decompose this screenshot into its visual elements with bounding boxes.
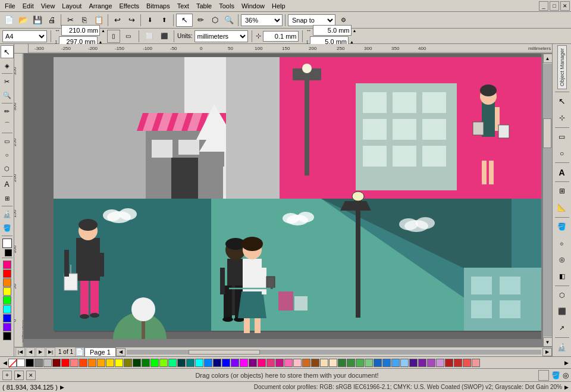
height-spinner-up[interactable]: ▲ <box>99 40 103 44</box>
color-swatch-black[interactable] <box>3 332 11 340</box>
color-swatch[interactable] <box>472 359 480 367</box>
rp-extrude-btn[interactable]: ⬛ <box>554 304 570 320</box>
menu-table[interactable]: Table <box>193 1 215 11</box>
rp-blend-btn[interactable]: ⟐ <box>554 235 570 251</box>
bezier-tool[interactable]: ⌒ <box>1 118 14 131</box>
color-swatch[interactable] <box>347 359 355 367</box>
color-swatch-violet[interactable] <box>3 323 11 331</box>
color-swatch[interactable] <box>34 359 43 367</box>
color-swatch[interactable] <box>213 359 221 367</box>
bleed-btn[interactable]: ⬛ <box>158 30 171 43</box>
color-swatch[interactable] <box>382 359 391 367</box>
rect-tool[interactable]: ▭ <box>1 134 14 148</box>
color-swatch[interactable] <box>231 359 239 367</box>
rp-shadow-btn[interactable]: ◧ <box>554 268 570 284</box>
margin-h-input[interactable] <box>313 25 352 36</box>
color-swatch-red[interactable] <box>3 269 11 278</box>
page-add-btn[interactable]: + <box>2 371 12 380</box>
palette-right-arrow[interactable]: ▶ <box>563 357 570 368</box>
palette-left-arrow[interactable]: ◀ <box>1 357 8 368</box>
landscape-btn[interactable]: ▭ <box>122 30 135 43</box>
vscroll-down-btn[interactable]: ▼ <box>543 337 553 347</box>
menu-layout[interactable]: Layout <box>58 1 85 11</box>
color-swatch[interactable] <box>70 359 79 367</box>
vscroll-thumb[interactable] <box>543 118 551 148</box>
color-swatch[interactable] <box>329 359 337 367</box>
color-swatch[interactable] <box>427 359 435 367</box>
page-play-btn[interactable]: ▶ <box>14 371 24 380</box>
zoom-tool-btn[interactable]: 🔍 <box>222 14 236 27</box>
color-swatch[interactable] <box>195 359 203 367</box>
rp-contour-btn[interactable]: ◎ <box>554 252 570 268</box>
vscroll-up-btn[interactable]: ▲ <box>543 54 553 63</box>
menu-window[interactable]: Window <box>238 1 268 11</box>
save-button[interactable]: 💾 <box>31 14 44 27</box>
color-swatch[interactable] <box>266 359 275 367</box>
color-swatch[interactable] <box>52 359 61 367</box>
color-swatch[interactable] <box>240 359 248 367</box>
minimize-button[interactable]: _ <box>539 1 548 11</box>
color-swatch[interactable] <box>258 359 266 367</box>
color-swatch[interactable] <box>418 359 426 367</box>
color-swatch[interactable] <box>275 359 284 367</box>
color-swatch[interactable] <box>88 359 96 367</box>
menu-tools[interactable]: Tools <box>215 1 238 11</box>
color-swatch[interactable] <box>391 359 400 367</box>
redo-button[interactable]: ↪ <box>125 14 138 27</box>
color-swatch[interactable] <box>43 359 52 367</box>
hscroll-left-btn[interactable]: ◀ <box>116 348 126 356</box>
maximize-button[interactable]: □ <box>550 1 559 11</box>
color-swatch-cyan[interactable] <box>3 305 11 313</box>
table-tool[interactable]: ⊞ <box>1 192 14 205</box>
margin-v-spinner[interactable]: ▲ <box>350 40 354 44</box>
rp-pointer-btn[interactable]: ↖ <box>554 93 570 109</box>
open-button[interactable]: 📂 <box>17 14 30 27</box>
color-swatch[interactable] <box>204 359 212 367</box>
rp-rect-btn[interactable]: ▭ <box>554 129 570 145</box>
color-swatch[interactable] <box>115 359 123 367</box>
menu-arrange[interactable]: Arrange <box>85 1 115 11</box>
vertical-scrollbar[interactable]: ▲ ▼ <box>542 54 552 347</box>
select-tool[interactable]: ↖ <box>1 45 14 58</box>
portrait-btn[interactable]: ▯ <box>107 30 120 43</box>
color-swatch[interactable] <box>106 359 114 367</box>
menu-bitmaps[interactable]: Bitmaps <box>143 1 174 11</box>
fill-icon[interactable]: 🪣 <box>551 371 560 380</box>
eyedropper-tool[interactable]: 🔬 <box>1 208 14 221</box>
color-swatch[interactable] <box>150 359 159 367</box>
units-dropdown[interactable]: millimeters <box>194 30 248 42</box>
color-swatch[interactable] <box>374 359 382 367</box>
color-swatch[interactable] <box>436 359 444 367</box>
menu-text[interactable]: Text <box>174 1 193 11</box>
zoom-dropdown[interactable]: 36% 25% 50% 75% 100% <box>241 14 283 26</box>
close-button[interactable]: ✕ <box>560 1 570 11</box>
page-last-btn[interactable]: ▶| <box>46 347 55 357</box>
color-swatch[interactable] <box>454 359 462 367</box>
rp-eyedropper-btn[interactable]: 🔬 <box>554 339 570 355</box>
polygon-tool[interactable]: ⬡ <box>1 162 14 175</box>
rp-measure-btn[interactable]: 📐 <box>554 200 570 216</box>
color-swatch[interactable] <box>177 359 186 367</box>
color-swatch[interactable] <box>26 359 34 367</box>
profile-arrow[interactable]: ▶ <box>564 384 569 390</box>
color-swatch[interactable] <box>320 359 328 367</box>
color-swatch[interactable] <box>400 359 409 367</box>
zoom-tool[interactable]: 🔍 <box>1 89 14 102</box>
import-button[interactable]: ⬇ <box>143 14 156 27</box>
new-button[interactable]: 📄 <box>2 14 15 27</box>
color-swatch[interactable] <box>61 359 70 367</box>
drawing-canvas-wrapper[interactable] <box>24 54 542 347</box>
color-swatch[interactable] <box>284 359 293 367</box>
color-swatch[interactable] <box>249 359 257 367</box>
color-swatch[interactable] <box>463 359 471 367</box>
color-swatch-yellow[interactable] <box>3 287 11 296</box>
page-border-btn[interactable]: ⬜ <box>143 30 156 43</box>
color-swatch[interactable] <box>79 359 87 367</box>
color-swatch[interactable] <box>17 359 25 367</box>
color-swatch[interactable] <box>159 359 168 367</box>
margin-h-spinner[interactable]: ▲ <box>353 29 357 33</box>
menu-view[interactable]: View <box>37 1 59 11</box>
rp-interactive-btn[interactable]: ↗ <box>554 320 570 336</box>
undo-button[interactable]: ↩ <box>111 14 124 27</box>
page-size-dropdown[interactable]: A4 <box>2 30 47 42</box>
